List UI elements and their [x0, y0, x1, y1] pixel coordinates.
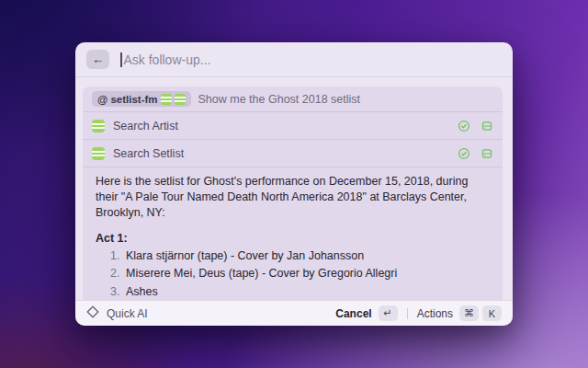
conversation-card: @ setlist-fm Show me the Ghost 2018 setl… — [83, 86, 503, 300]
setlist-fm-icon — [92, 120, 105, 132]
key-badge: ⌘ — [459, 305, 479, 321]
setlist-fm-icon — [175, 94, 186, 105]
follow-up-bar: ← Ask follow-up... — [75, 42, 513, 77]
setlist-item: Klara stjärnor (tape) - Cover by Jan Joh… — [123, 249, 490, 263]
text-caret — [120, 52, 122, 67]
tool-call-list: Search Artist — [83, 111, 503, 167]
key-badge: K — [482, 305, 502, 321]
setlist-fm-icon — [161, 94, 172, 105]
back-button[interactable]: ← — [86, 50, 109, 69]
return-key-badge: ↵ — [379, 305, 398, 321]
actions-button[interactable]: Actions — [417, 307, 453, 320]
response-intro: Here is the setlist for Ghost's performa… — [96, 174, 490, 221]
tool-call-row[interactable]: Search Setlist — [83, 139, 503, 167]
setlist-fm-icon — [92, 147, 105, 160]
conversation-area: @ setlist-fm Show me the Ghost 2018 setl… — [75, 77, 513, 300]
ai-response: Here is the setlist for Ghost's performa… — [83, 167, 503, 300]
quick-ai-group: Quick AI — [86, 305, 148, 322]
user-query-row[interactable]: @ setlist-fm Show me the Ghost 2018 setl… — [83, 86, 503, 111]
setlist: Klara stjärnor (tape) - Cover by Jan Joh… — [96, 249, 490, 300]
follow-up-input[interactable]: Ask follow-up... — [124, 52, 503, 67]
tool-call-label: Search Artist — [113, 120, 178, 132]
action-bar: Quick AI Cancel ↵ Actions ⌘ K — [75, 300, 513, 326]
quick-ai-label: Quick AI — [107, 307, 148, 320]
tool-status-icons — [458, 120, 493, 132]
actions-shortcut: ⌘ K — [459, 305, 502, 321]
drive-output-icon — [481, 120, 493, 132]
raycast-ai-diamond-icon — [86, 305, 99, 322]
quick-ai-window: ← Ask follow-up... @ setlist-fm Show me … — [75, 42, 513, 326]
footer-divider — [407, 308, 408, 319]
mention-label: @ setlist-fm — [97, 94, 158, 105]
cancel-button[interactable]: Cancel — [335, 307, 371, 320]
tool-call-label: Search Setlist — [113, 147, 184, 160]
setlist-item: Miserere Mei, Deus (tape) - Cover by Gre… — [123, 267, 490, 281]
drive-output-icon — [481, 147, 493, 160]
tool-call-row[interactable]: Search Artist — [83, 111, 503, 139]
desktop-background: ← Ask follow-up... @ setlist-fm Show me … — [0, 0, 588, 368]
tool-status-icons — [458, 147, 493, 160]
act-heading: Act 1: — [96, 231, 490, 246]
check-circle-icon — [458, 147, 470, 160]
back-arrow-icon: ← — [92, 52, 104, 66]
mention-chip: @ setlist-fm — [92, 91, 191, 107]
user-query-text: Show me the Ghost 2018 setlist — [198, 93, 360, 106]
check-circle-icon — [458, 120, 470, 132]
setlist-item: Ashes — [123, 285, 490, 299]
